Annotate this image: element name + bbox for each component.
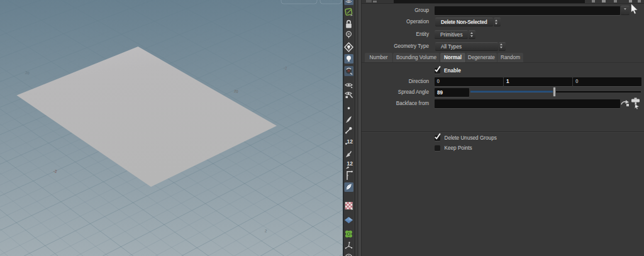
- svg-text:12: 12: [347, 160, 353, 167]
- svg-text:12: 12: [347, 138, 353, 145]
